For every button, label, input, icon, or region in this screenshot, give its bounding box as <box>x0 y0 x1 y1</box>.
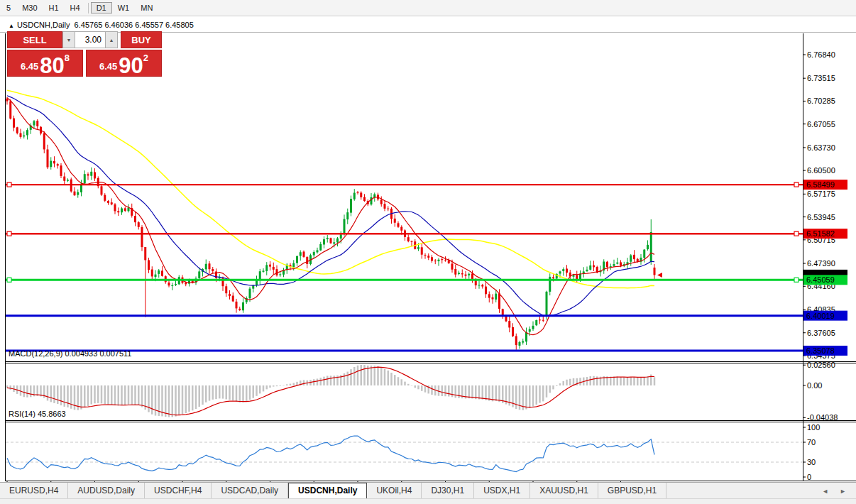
svg-text:100: 100 <box>807 423 820 432</box>
buy-price-prefix: 6.45 <box>99 61 117 72</box>
svg-text:0.02560: 0.02560 <box>807 361 835 369</box>
timeframe-button-h4[interactable]: H4 <box>65 2 86 13</box>
rsi-label: RSI(14) 45.8663 <box>9 410 66 418</box>
macd-indicator <box>6 365 656 417</box>
chart-tabs-bar: EURUSD,H4AUDUSD,DailyUSDCHF,H4USDCAD,Dai… <box>0 482 856 499</box>
toolbar-separator <box>88 3 89 13</box>
lot-increase-button[interactable]: ▲ <box>105 31 118 48</box>
timeframe-toolbar: 5M30H1H4D1W1MN <box>0 0 856 16</box>
down-arrow-icon: ▼ <box>67 38 72 43</box>
tab-usdchf-h4[interactable]: USDCHF,H4 <box>145 483 212 499</box>
chart-ohlc-values: 6.45765 6.46036 6.45557 6.45805 <box>75 21 194 29</box>
trading-terminal-window: 5M30H1H4D1W1MN 6.768406.735156.702856.67… <box>0 0 856 504</box>
tabs-scroll-left-icon[interactable]: ◄ <box>822 488 828 495</box>
tab-gbpusd-h1[interactable]: GBPUSD,H1 <box>598 483 666 499</box>
chart-title: ▲USDCNH,Daily 6.45765 6.46036 6.45557 6.… <box>9 21 194 29</box>
collapse-arrow-icon: ▲ <box>9 23 14 29</box>
svg-text:6.76840: 6.76840 <box>807 50 835 59</box>
tab-usdcad-daily[interactable]: USDCAD,Daily <box>212 483 288 499</box>
timeframe-button-d1[interactable]: D1 <box>91 2 112 13</box>
svg-text:30: 30 <box>807 458 816 466</box>
svg-text:6.70285: 6.70285 <box>807 97 835 105</box>
window-bottom-edge <box>0 498 856 504</box>
chart-symbol-label: USDCNH,Daily <box>17 21 70 29</box>
lot-size-input[interactable] <box>75 31 105 48</box>
sell-price-pip: 8 <box>65 53 70 63</box>
buy-price-pip: 2 <box>143 53 148 63</box>
lot-decrease-button[interactable]: ▼ <box>62 31 75 48</box>
one-click-trading-panel: SELL ▼ ▲ BUY 6.45 80 8 6.45 90 2 <box>7 31 162 77</box>
buy-button[interactable]: BUY <box>121 31 162 48</box>
timeframe-button-mn[interactable]: MN <box>135 2 158 13</box>
svg-text:70: 70 <box>807 438 816 447</box>
svg-text:6.73515: 6.73515 <box>807 74 835 82</box>
timeframe-button-5[interactable]: 5 <box>1 2 16 13</box>
timeframe-button-w1[interactable]: W1 <box>112 2 136 13</box>
moving-averages-layer <box>7 90 654 335</box>
timeframe-button-h1[interactable]: H1 <box>43 2 65 13</box>
buy-price-big: 90 <box>119 57 143 75</box>
sell-price-big: 80 <box>40 57 64 75</box>
price-axis[interactable]: 6.768406.735156.702856.670556.637306.605… <box>803 50 847 481</box>
svg-text:6.63730: 6.63730 <box>807 143 835 152</box>
price-chart-svg: 6.768406.735156.702856.670556.637306.605… <box>0 16 856 482</box>
svg-text:6.57175: 6.57175 <box>807 190 835 198</box>
tab-eurusd-h4[interactable]: EURUSD,H4 <box>0 483 68 499</box>
svg-text:6.37605: 6.37605 <box>807 329 835 337</box>
candles-layer <box>6 97 656 350</box>
buy-price-box[interactable]: 6.45 90 2 <box>86 50 162 77</box>
tab-xauusd-h1[interactable]: XAUUSD,H1 <box>530 483 598 499</box>
svg-text:6.58499: 6.58499 <box>806 180 835 189</box>
tab-usdx-h1[interactable]: USDX,H1 <box>474 483 530 499</box>
rsi-indicator <box>6 436 803 472</box>
svg-text:6.60500: 6.60500 <box>807 166 835 175</box>
svg-text:6.51582: 6.51582 <box>806 229 835 238</box>
svg-text:6.40019: 6.40019 <box>806 312 835 320</box>
svg-text:6.47390: 6.47390 <box>807 259 835 268</box>
svg-text:0: 0 <box>807 473 811 481</box>
svg-text:6.53945: 6.53945 <box>807 213 835 221</box>
tab-usdcnh-daily[interactable]: USDCNH,Daily <box>288 483 367 499</box>
tab-dj30-h1[interactable]: DJ30,H1 <box>422 483 474 499</box>
macd-label: MACD(12,26,9) 0.004933 0.007511 <box>9 349 131 358</box>
sell-price-box[interactable]: 6.45 80 8 <box>7 50 83 77</box>
tab-audusd-daily[interactable]: AUDUSD,Daily <box>68 483 145 499</box>
sell-price-prefix: 6.45 <box>21 61 38 72</box>
sell-button[interactable]: SELL <box>7 31 62 48</box>
svg-text:-0.04038: -0.04038 <box>807 413 838 422</box>
up-arrow-icon: ▲ <box>109 38 114 43</box>
svg-text:6.45059: 6.45059 <box>806 275 835 284</box>
last-close-arrow-icon <box>657 273 662 278</box>
svg-text:6.67055: 6.67055 <box>807 120 835 128</box>
tabs-scroll-right-icon[interactable]: ► <box>840 488 846 495</box>
svg-text:0.00: 0.00 <box>807 381 822 390</box>
svg-text:6.35078: 6.35078 <box>806 346 835 355</box>
tab-ukoil-h4[interactable]: UKOil,H4 <box>367 483 422 499</box>
timeframe-button-m30[interactable]: M30 <box>16 2 43 13</box>
